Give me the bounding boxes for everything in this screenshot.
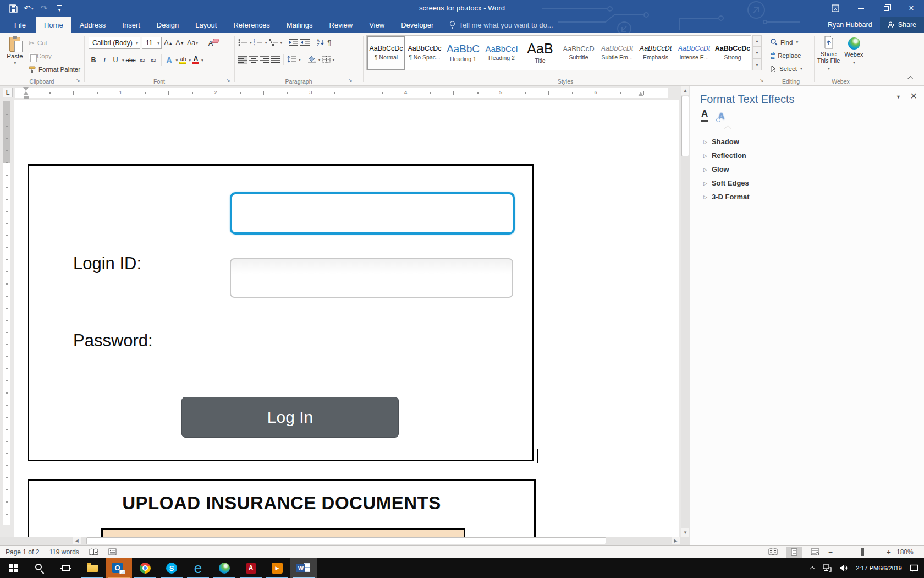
style-subtle-em-[interactable]: AaBbCcDtSubtle Em...: [598, 36, 636, 70]
webex-button[interactable]: Webex▾: [842, 36, 866, 80]
text-effects-icon[interactable]: A: [718, 111, 724, 122]
taskbar-start-button[interactable]: [0, 558, 26, 578]
style-strong[interactable]: AaBbCcDcStrong: [713, 36, 751, 70]
paste-button[interactable]: Paste ▾: [2, 36, 28, 80]
styles-dialog-launcher[interactable]: ↘: [758, 77, 765, 84]
copy-button[interactable]: Copy: [29, 51, 80, 62]
font-color-button[interactable]: A: [192, 56, 200, 65]
justify-button[interactable]: [271, 56, 280, 64]
vertical-scrollbar-thumb[interactable]: [681, 96, 689, 156]
proofing-status-button[interactable]: [89, 548, 98, 556]
scroll-left-button[interactable]: ◀: [73, 537, 81, 544]
expand-icon[interactable]: ▷: [703, 153, 707, 159]
align-left-button[interactable]: [238, 56, 248, 64]
tab-developer[interactable]: Developer: [393, 17, 442, 33]
pane-options-button[interactable]: ▼: [896, 94, 901, 100]
hanging-indent-marker[interactable]: [23, 91, 29, 95]
share-button[interactable]: Share: [880, 17, 924, 33]
right-indent-marker[interactable]: [638, 92, 644, 96]
tab-home[interactable]: Home: [36, 17, 72, 33]
upload-documents-mockup-box[interactable]: UPLOAD INSURANCE DOCUMENTS: [28, 479, 536, 537]
underline-button[interactable]: U: [111, 54, 120, 66]
pane-section-reflection[interactable]: ▷Reflection: [690, 149, 924, 162]
horizontal-scrollbar-thumb[interactable]: [86, 537, 606, 544]
log-in-button-mockup[interactable]: Log In: [182, 397, 399, 438]
macro-recording-button[interactable]: [108, 548, 117, 555]
taskbar-clock[interactable]: 2:17 PM 6/6/2019: [856, 565, 902, 572]
style-heading-2[interactable]: AaBbCcIHeading 2: [482, 36, 521, 70]
tab-design[interactable]: Design: [148, 17, 187, 33]
align-right-button[interactable]: [260, 56, 270, 64]
word-count-status[interactable]: 119 words: [49, 548, 79, 556]
print-layout-button[interactable]: [787, 547, 802, 558]
tab-references[interactable]: References: [225, 17, 278, 33]
pane-section-shadow[interactable]: ▷Shadow: [690, 135, 924, 149]
superscript-button[interactable]: x2: [148, 54, 158, 66]
tab-address[interactable]: Address: [72, 17, 114, 33]
styles-more-button[interactable]: ▼: [752, 59, 762, 70]
zoom-out-button[interactable]: −: [828, 548, 833, 557]
font-size-combo[interactable]: 11▾: [142, 37, 162, 49]
taskbar-explorer-button[interactable]: [79, 558, 106, 578]
line-spacing-button[interactable]: [287, 55, 297, 64]
tab-insert[interactable]: Insert: [114, 17, 148, 33]
expand-icon[interactable]: ▷: [703, 167, 707, 172]
italic-button[interactable]: I: [100, 54, 109, 66]
sort-button[interactable]: AZ: [316, 38, 326, 47]
tell-me-box[interactable]: Tell me what you want to do...: [449, 17, 553, 33]
style-emphasis[interactable]: AaBbCcDtEmphasis: [636, 36, 675, 70]
grow-font-button[interactable]: A▲: [163, 37, 173, 49]
find-button[interactable]: Find▾: [771, 37, 802, 47]
show-formatting-marks-button[interactable]: ¶: [327, 38, 332, 47]
tab-mailings[interactable]: Mailings: [278, 17, 321, 33]
highlight-color-button[interactable]: ab: [179, 56, 187, 64]
zoom-slider[interactable]: [838, 548, 881, 556]
styles-scroll-down-button[interactable]: ▼: [752, 47, 762, 58]
strikethrough-button[interactable]: abc: [125, 54, 136, 66]
page-count-status[interactable]: Page 1 of 2: [6, 548, 39, 556]
select-button[interactable]: Select▾: [771, 63, 802, 74]
taskbar-skype-button[interactable]: S: [158, 558, 185, 578]
vertical-scrollbar[interactable]: ▲ ▼: [681, 86, 690, 537]
action-center-button[interactable]: [910, 564, 919, 572]
login-id-input-mockup[interactable]: [230, 192, 515, 235]
style--normal[interactable]: AaBbCcDc¶ Normal: [367, 36, 405, 70]
scroll-right-button[interactable]: ▶: [672, 537, 680, 544]
password-input-mockup[interactable]: [230, 258, 513, 298]
scroll-up-button[interactable]: ▲: [681, 86, 689, 95]
multilevel-list-button[interactable]: [268, 38, 279, 47]
ribbon-display-options-button[interactable]: [823, 0, 848, 17]
tab-review[interactable]: Review: [321, 17, 361, 33]
pane-section-3-d-format[interactable]: ▷3-D Format: [690, 190, 924, 204]
numbering-button[interactable]: 123: [253, 38, 263, 47]
taskbar-chrome-button[interactable]: [132, 558, 158, 578]
tab-file[interactable]: File: [4, 17, 36, 33]
styles-scroll-up-button[interactable]: ▲: [752, 35, 762, 47]
expand-icon[interactable]: ▷: [703, 139, 707, 145]
network-tray-button[interactable]: [823, 564, 832, 572]
paragraph-dialog-launcher[interactable]: ↘: [347, 77, 354, 84]
clear-formatting-button[interactable]: A: [206, 37, 216, 49]
upload-tan-box[interactable]: [101, 528, 465, 537]
share-this-file-button[interactable]: Share This File▾: [816, 36, 841, 80]
collapse-ribbon-button[interactable]: [906, 73, 915, 81]
tab-selector[interactable]: L: [3, 88, 13, 97]
bold-button[interactable]: B: [89, 54, 98, 66]
horizontal-scrollbar[interactable]: ◀ ▶: [0, 537, 681, 545]
font-name-combo[interactable]: Calibri (Body)▾: [89, 37, 140, 49]
increase-indent-button[interactable]: [300, 38, 310, 47]
change-case-button[interactable]: Aa▾: [186, 37, 199, 49]
taskbar-ie-button[interactable]: e: [185, 558, 211, 578]
expand-icon[interactable]: ▷: [703, 181, 707, 186]
taskbar-search-button[interactable]: [26, 558, 53, 578]
taskbar-acrobat-button[interactable]: A: [238, 558, 264, 578]
borders-button[interactable]: [322, 55, 331, 64]
scroll-down-button[interactable]: ▼: [681, 528, 689, 537]
signed-in-user[interactable]: Ryan Hubbard: [828, 17, 872, 33]
bullets-button[interactable]: [238, 38, 248, 47]
taskbar-media-button[interactable]: ▶: [264, 558, 290, 578]
shading-button[interactable]: [307, 55, 317, 64]
zoom-in-button[interactable]: +: [887, 548, 891, 557]
decrease-indent-button[interactable]: [288, 38, 299, 47]
style-heading-1[interactable]: AaBbCHeading 1: [444, 36, 482, 70]
